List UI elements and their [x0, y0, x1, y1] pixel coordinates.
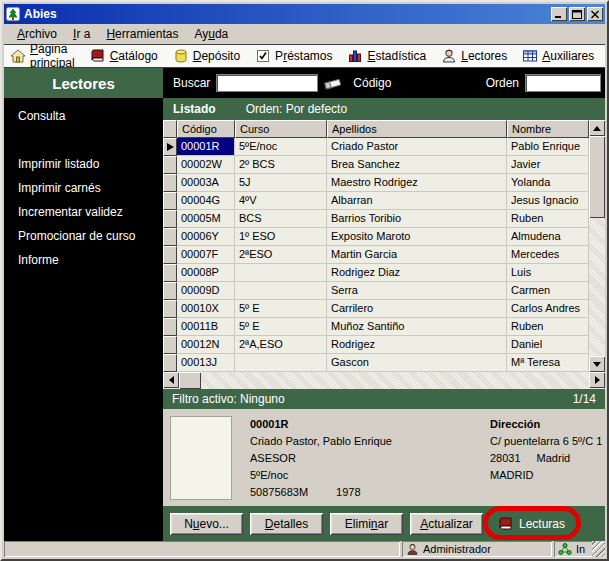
cell-c1: 00006Y: [177, 228, 235, 246]
sidebar-item-promocionar-de-curso[interactable]: Promocionar de curso: [4, 224, 163, 248]
row-indicator-cell: [163, 192, 177, 210]
sidebar-item-imprimir-listado[interactable]: Imprimir listado: [4, 152, 163, 176]
sidebar-item-consulta[interactable]: Consulta: [4, 104, 163, 128]
vertical-scroll-thumb[interactable]: [589, 136, 605, 218]
horizontal-scroll-track[interactable]: [201, 372, 589, 389]
table-row[interactable]: 00006Y1º ESOExposito MarotoAlmudena: [163, 228, 589, 246]
abies-window: Abies ArchivoIr aHerramientasAyuda Págin…: [0, 0, 609, 561]
eraser-icon[interactable]: [323, 76, 343, 90]
toolbar-estadistica[interactable]: Estadística: [347, 48, 426, 64]
cell-c1: 00009D: [177, 282, 235, 300]
resize-grip[interactable]: [592, 541, 605, 557]
book-icon: [498, 516, 514, 532]
table-row[interactable]: 00003A5JMaestro RodrigezYolanda: [163, 174, 589, 192]
direccion-label: Dirección: [490, 416, 605, 433]
detalles-button[interactable]: Detalles: [250, 513, 323, 535]
vertical-scrollbar[interactable]: [589, 120, 605, 372]
lecturas-button[interactable]: Lecturas: [498, 516, 565, 532]
table-row[interactable]: 00005MBCSBarrios ToribioRuben: [163, 210, 589, 228]
toolbar-prestamos[interactable]: Préstamos: [255, 48, 332, 64]
cell-c4: Mª Teresa: [507, 354, 589, 372]
detail-provincia: MADRID: [490, 467, 605, 484]
table-row[interactable]: 00013JGasconMª Teresa: [163, 354, 589, 372]
menu-item-ayuda[interactable]: Ayuda: [186, 25, 236, 43]
table-row[interactable]: 00001R5ºE/nocCriado PastorPablo Enrique: [163, 138, 589, 156]
scroll-right-button[interactable]: [589, 372, 605, 388]
cell-c2: 2ªESO: [235, 246, 327, 264]
buscar-label: Buscar: [173, 76, 210, 90]
toolbar-label: Lectores: [461, 49, 507, 63]
cell-c1: 00008P: [177, 264, 235, 282]
vertical-scroll-track[interactable]: [589, 218, 605, 356]
scroll-down-button[interactable]: [589, 356, 605, 372]
cell-c2: 4ºV: [235, 192, 327, 210]
detail-nombre: Criado Pastor, Pablo Enrique: [250, 433, 490, 450]
listado-order: Orden: Por defecto: [246, 102, 347, 116]
sidebar-item-informe[interactable]: Informe: [4, 248, 163, 272]
minimize-button[interactable]: [551, 7, 567, 21]
table-row[interactable]: 00008PRodrigez DiazLuis: [163, 264, 589, 282]
cell-c1: 00012N: [177, 336, 235, 354]
row-indicator-cell: [163, 228, 177, 246]
column-header-codigo[interactable]: Código: [177, 120, 235, 138]
row-indicator-cell: [163, 264, 177, 282]
scroll-up-button[interactable]: [589, 120, 605, 136]
scroll-left-button[interactable]: [163, 372, 179, 388]
table-row[interactable]: 00010X5º ECarrileroCarlos Andres: [163, 300, 589, 318]
arrow-down-icon: [593, 362, 601, 367]
orden-label: Orden: [486, 76, 519, 90]
cell-c1: 00001R: [177, 138, 235, 156]
table-row[interactable]: 00007F2ªESOMartin GarciaMercedes: [163, 246, 589, 264]
column-header-apellidos[interactable]: Apellidos: [327, 120, 507, 138]
cell-c1: 00004G: [177, 192, 235, 210]
menu-item-archivo[interactable]: Archivo: [9, 25, 65, 43]
eliminar-button[interactable]: Eliminar: [330, 513, 403, 535]
detail-dni: 50875683M: [250, 484, 308, 501]
cell-c1: 00010X: [177, 300, 235, 318]
table-row[interactable]: 00002W2º BCSBrea SanchezJavier: [163, 156, 589, 174]
orden-input[interactable]: [525, 74, 601, 92]
row-indicator-cell: [163, 300, 177, 318]
table-row[interactable]: 00009DSerraCarmen: [163, 282, 589, 300]
column-header-nombre[interactable]: Nombre: [507, 120, 589, 138]
detail-tipo: ASESOR: [250, 450, 490, 467]
row-indicator-cell: [163, 156, 177, 174]
toolbar-deposito[interactable]: Depósito: [173, 48, 240, 64]
sidebar-item-imprimir-carnes[interactable]: Imprimir carnés: [4, 176, 163, 200]
actualizar-button[interactable]: Actualizar: [410, 513, 483, 535]
detail-anio: 1978: [336, 484, 360, 501]
user-icon: [406, 543, 419, 556]
row-indicator-cell: [163, 246, 177, 264]
cell-c3: Rodrigez Diaz: [327, 264, 507, 282]
cell-c3: Rodrigez: [327, 336, 507, 354]
table-row[interactable]: 00011B5º EMuñoz SantiñoRuben: [163, 318, 589, 336]
menu-item-ir-a[interactable]: Ir a: [65, 25, 98, 43]
toolbar-catalogo[interactable]: Catálogo: [90, 48, 158, 64]
detail-calle: C/ puentelarra 6 5º/C 1: [490, 433, 605, 450]
cell-c2: 2ªA,ESO: [235, 336, 327, 354]
sidebar-title: Lectores: [4, 68, 163, 98]
cell-c2: [235, 354, 327, 372]
nuevo-button[interactable]: Nuevo...: [170, 513, 243, 535]
table-row[interactable]: 00004G4ºVAlbarranJesus Ignacio: [163, 192, 589, 210]
close-button[interactable]: [587, 7, 603, 21]
toolbar-lectores[interactable]: Lectores: [441, 48, 507, 64]
status-right-label: In: [576, 543, 585, 555]
menu-item-herramientas[interactable]: Herramientas: [98, 25, 186, 43]
sidebar-item-incrementar-validez[interactable]: Incrementar validez: [4, 200, 163, 224]
table-row[interactable]: 00012N2ªA,ESORodrigezDaniel: [163, 336, 589, 354]
cell-c4: Daniel: [507, 336, 589, 354]
horizontal-scroll-thumb[interactable]: [179, 372, 201, 389]
toolbar-auxiliares[interactable]: Auxiliares: [522, 48, 594, 64]
cell-c2: 2º BCS: [235, 156, 327, 174]
row-indicator-cell: [163, 318, 177, 336]
cell-c4: Yolanda: [507, 174, 589, 192]
cell-c2: 5ºE/noc: [235, 138, 327, 156]
row-indicator-cell: [163, 138, 177, 156]
horizontal-scrollbar[interactable]: [163, 372, 605, 389]
toolbar-pagina-principal[interactable]: Página principal: [10, 42, 75, 70]
status-bar: Administrador In: [4, 541, 605, 557]
maximize-button[interactable]: [569, 7, 585, 21]
column-header-curso[interactable]: Curso: [235, 120, 327, 138]
search-input[interactable]: [216, 74, 318, 92]
